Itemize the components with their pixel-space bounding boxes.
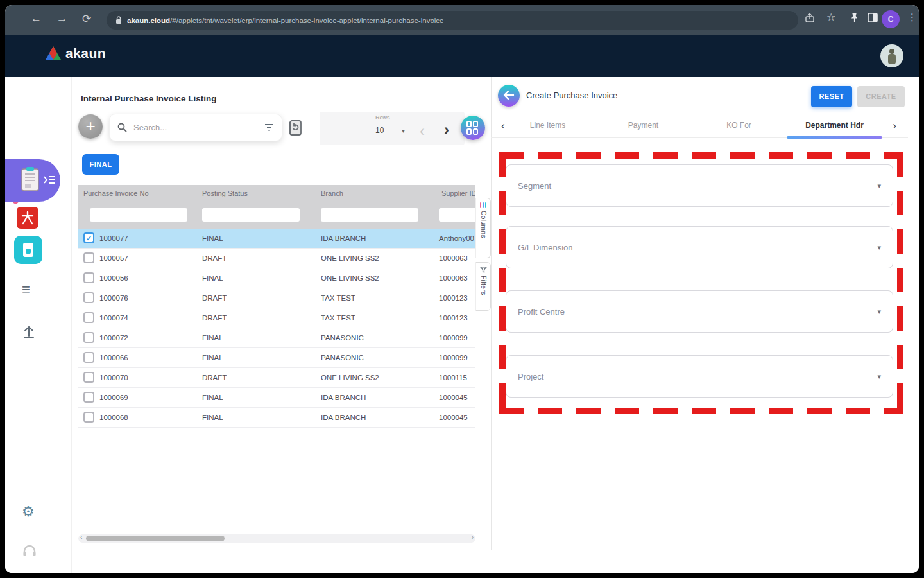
cell-invoice-no: 1000069 — [99, 388, 128, 408]
column-filter-input[interactable] — [321, 208, 418, 222]
columns-side-tab[interactable]: Columns — [475, 198, 491, 258]
cell-branch: PANASONIC — [321, 328, 364, 348]
sidebar-menu-icon[interactable]: ≡ — [22, 281, 30, 298]
add-invoice-button[interactable]: + — [78, 114, 103, 139]
cell-posting-status: FINAL — [202, 229, 223, 249]
row-checkbox[interactable] — [83, 392, 94, 403]
cell-branch: IDA BRANCH — [321, 408, 366, 428]
grid-view-button[interactable] — [461, 116, 485, 140]
settings-gear-icon[interactable]: ⚙ — [22, 504, 35, 520]
cell-supplier-id: 1000045 — [439, 408, 468, 428]
row-checkbox[interactable] — [83, 372, 94, 383]
cell-posting-status: FINAL — [202, 388, 223, 408]
address-bar[interactable]: akaun.cloud/#/applets/tnt/wavelet/erp/in… — [107, 11, 798, 30]
upload-icon[interactable] — [21, 324, 37, 340]
row-checkbox[interactable] — [83, 272, 94, 283]
table-row[interactable]: 1000072 FINAL PANASONIC 1000099 — [78, 328, 475, 348]
row-checkbox[interactable] — [83, 252, 94, 263]
row-checkbox[interactable] — [83, 412, 94, 423]
horizontal-scrollbar[interactable]: ‹ › — [78, 534, 475, 543]
rows-per-page-select[interactable]: 10 — [375, 126, 411, 139]
tab-ko-for[interactable]: KO For — [691, 116, 787, 138]
side-panel-icon[interactable] — [868, 13, 878, 22]
columns-icon — [480, 202, 487, 208]
chevron-down-icon: ▾ — [877, 243, 881, 252]
next-page-button[interactable]: › — [444, 121, 449, 139]
user-avatar[interactable] — [880, 44, 903, 67]
brand-logo[interactable]: akaun — [45, 46, 106, 61]
sidebar: ≡ ⚙ — [5, 77, 72, 573]
search-input[interactable] — [132, 122, 264, 133]
cell-invoice-no: 1000077 — [99, 229, 128, 249]
reset-button[interactable]: RESET — [811, 86, 852, 107]
document-icon — [23, 243, 33, 257]
browser-reload-icon[interactable]: ⟳ — [82, 12, 91, 26]
cell-supplier-id: Anthony00 — [439, 229, 474, 249]
table-row[interactable]: 1000069 FINAL IDA BRANCH 1000045 — [78, 388, 475, 408]
panel-divider — [491, 77, 492, 550]
grid-icon — [466, 121, 479, 135]
scroll-right-arrow[interactable]: › — [472, 534, 474, 541]
browser-menu-icon[interactable]: ⋮ — [907, 12, 917, 23]
filters-side-tab[interactable]: Filters — [475, 262, 491, 311]
share-icon[interactable] — [805, 13, 815, 23]
annotation-dash-left — [499, 152, 506, 414]
table-row[interactable]: 1000068 FINAL IDA BRANCH 1000045 — [78, 408, 475, 428]
column-filter-input[interactable] — [439, 208, 475, 222]
clipboard-icon — [21, 166, 40, 192]
dropdown-project[interactable]: Project▾ — [506, 355, 893, 398]
chevron-down-icon[interactable]: ▾ — [402, 127, 405, 134]
tab-line-items[interactable]: Line Items — [500, 116, 595, 138]
headphones-icon[interactable] — [22, 543, 37, 557]
row-checkbox[interactable] — [83, 292, 94, 303]
active-applet-item[interactable] — [5, 159, 60, 202]
dropdown-segment[interactable]: Segment▾ — [506, 164, 893, 207]
cell-supplier-id: 1000123 — [439, 308, 468, 328]
browser-profile-avatar[interactable]: C — [882, 10, 900, 28]
row-checkbox[interactable] — [83, 352, 94, 363]
browser-forward-icon[interactable]: → — [56, 12, 67, 25]
column-filter-input[interactable] — [90, 208, 187, 222]
sidebar-item-document-applet[interactable] — [14, 236, 42, 264]
row-checkbox[interactable] — [83, 332, 94, 343]
table-row[interactable]: 1000066 FINAL PANASONIC 1000099 — [78, 348, 475, 368]
panel-tabs-row: ‹ Line ItemsPaymentKO ForDepartment Hdr … — [491, 116, 908, 138]
browser-back-icon[interactable]: ← — [31, 12, 42, 25]
bookmark-star-icon[interactable]: ☆ — [826, 11, 835, 23]
cell-invoice-no: 1000056 — [99, 268, 128, 288]
create-button[interactable]: CREATE — [857, 86, 905, 107]
status-filter-chip[interactable]: FINAL — [82, 154, 119, 175]
table-row[interactable]: 1000057 DRAFT ONE LIVING SS2 1000063 — [78, 249, 475, 268]
dropdown-g-l-dimension[interactable]: G/L Dimension▾ — [506, 226, 893, 268]
search-box — [109, 114, 282, 141]
tab-department-hdr[interactable]: Department Hdr — [787, 116, 882, 138]
cell-branch: ONE LIVING SS2 — [321, 249, 379, 268]
scroll-left-arrow[interactable]: ‹ — [80, 534, 82, 541]
scrollbar-thumb[interactable] — [86, 536, 225, 541]
table-row[interactable]: 1000074 DRAFT TAX TEST 1000123 — [78, 308, 475, 328]
dropdown-profit-centre[interactable]: Profit Centre▾ — [506, 290, 893, 333]
sidebar-item-red-applet[interactable] — [17, 207, 38, 229]
cell-supplier-id: 1000063 — [439, 249, 468, 268]
active-tab-underline — [787, 136, 882, 139]
tab-payment[interactable]: Payment — [595, 116, 691, 138]
tabs-scroll-right-icon[interactable]: › — [893, 119, 896, 132]
table-row[interactable]: 1000070 DRAFT ONE LIVING SS2 1000115 — [78, 368, 475, 388]
filters-tab-label: Filters — [480, 276, 487, 295]
chevron-down-icon: ▾ — [877, 308, 881, 316]
filters-icon — [480, 267, 487, 273]
back-button[interactable] — [498, 85, 520, 107]
panel-tabs: Line ItemsPaymentKO ForDepartment Hdr — [500, 116, 882, 138]
table-row[interactable]: 1000076 DRAFT TAX TEST 1000123 — [78, 288, 475, 308]
extension-pin-icon[interactable] — [850, 13, 859, 22]
table-row[interactable]: 1000056 FINAL ONE LIVING SS2 1000063 — [78, 268, 475, 288]
table-row[interactable]: ✓ 1000077 FINAL IDA BRANCH Anthony00 — [78, 229, 475, 249]
filter-funnel-icon[interactable] — [264, 123, 274, 132]
app-header: akaun — [5, 35, 919, 77]
prev-page-button[interactable]: ‹ — [420, 122, 425, 140]
column-filter-input[interactable] — [202, 208, 300, 222]
row-checkbox[interactable]: ✓ — [83, 232, 94, 243]
refresh-log-icon[interactable] — [287, 119, 303, 136]
row-checkbox[interactable] — [83, 312, 94, 323]
annotation-dash-bottom — [499, 408, 903, 414]
